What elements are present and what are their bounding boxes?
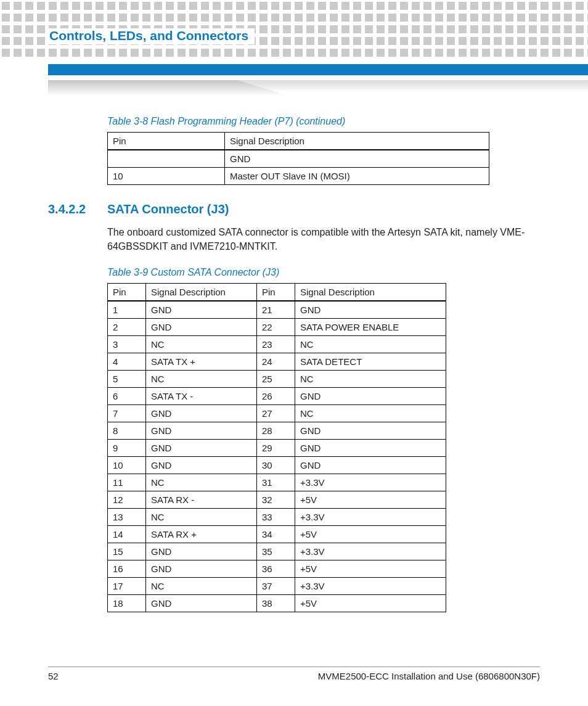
- table-cell: 4: [108, 353, 146, 371]
- table-cell: 31: [257, 474, 295, 491]
- table-cell: GND: [295, 301, 446, 319]
- table-header: Pin: [108, 133, 225, 150]
- chapter-title: Controls, LEDs, and Connectors: [48, 28, 255, 44]
- table-row: 14SATA RX +34+5V: [108, 526, 446, 543]
- table-cell: 21: [257, 301, 295, 319]
- table-cell: SATA TX -: [146, 388, 257, 405]
- table-cell: 8: [108, 422, 146, 440]
- table-cell: 16: [108, 560, 146, 578]
- table-row: 16GND36+5V: [108, 560, 446, 578]
- table-cell: 2: [108, 319, 146, 336]
- table-header: Signal Description: [295, 284, 446, 302]
- table-cell: GND: [146, 422, 257, 440]
- table-cell: GND: [295, 457, 446, 474]
- table-row: 15GND35+3.3V: [108, 543, 446, 560]
- table-cell: GND: [146, 595, 257, 612]
- table-cell: NC: [146, 371, 257, 388]
- table-row: 13NC33+3.3V: [108, 509, 446, 526]
- table-cell: 36: [257, 560, 295, 578]
- table-cell: +3.3V: [295, 474, 446, 491]
- table-cell: 12: [108, 491, 146, 509]
- table-cell: 25: [257, 371, 295, 388]
- section-body-text: The onboard customized SATA connector is…: [107, 225, 533, 253]
- table-row: 7GND27NC: [108, 405, 446, 422]
- table-cell: GND: [146, 457, 257, 474]
- table-row: 12SATA RX -32+5V: [108, 491, 446, 509]
- header-blue-bar: [48, 64, 588, 75]
- table-3-8-title: Table 3-8 Flash Programming Header (P7) …: [107, 116, 540, 127]
- table-row: 2GND22SATA POWER ENABLE: [108, 319, 446, 336]
- table-cell: 33: [257, 509, 295, 526]
- table-row: 9GND29GND: [108, 440, 446, 457]
- document-id: MVME2500-ECC Installation and Use (68068…: [318, 671, 540, 681]
- table-cell: GND: [295, 388, 446, 405]
- table-cell: 13: [108, 509, 146, 526]
- table-cell: 24: [257, 353, 295, 371]
- table-row: 10Master OUT Slave IN (MOSI): [108, 168, 489, 185]
- table-3-8: Pin Signal Description GND10Master OUT S…: [107, 132, 489, 185]
- table-cell: 15: [108, 543, 146, 560]
- table-row: 1GND21GND: [108, 301, 446, 319]
- table-cell: GND: [295, 422, 446, 440]
- table-cell: GND: [225, 150, 489, 168]
- table-cell: 32: [257, 491, 295, 509]
- table-row: 17NC37+3.3V: [108, 578, 446, 595]
- table-3-9: Pin Signal Description Pin Signal Descri…: [107, 283, 446, 612]
- table-header: Pin: [108, 284, 146, 302]
- table-cell: 27: [257, 405, 295, 422]
- table-cell: 38: [257, 595, 295, 612]
- table-cell: 5: [108, 371, 146, 388]
- table-cell: +3.3V: [295, 578, 446, 595]
- table-header: Signal Description: [225, 133, 489, 150]
- table-row: 10GND30GND: [108, 457, 446, 474]
- table-cell: GND: [146, 319, 257, 336]
- table-row: 11NC31+3.3V: [108, 474, 446, 491]
- table-row: 6SATA TX -26GND: [108, 388, 446, 405]
- table-cell: +3.3V: [295, 509, 446, 526]
- table-cell: 10: [108, 457, 146, 474]
- table-cell: 9: [108, 440, 146, 457]
- table-cell: 28: [257, 422, 295, 440]
- table-cell: 35: [257, 543, 295, 560]
- table-cell: 3: [108, 336, 146, 353]
- table-row: 5NC25NC: [108, 371, 446, 388]
- table-cell: 14: [108, 526, 146, 543]
- table-cell: NC: [146, 474, 257, 491]
- table-cell: SATA POWER ENABLE: [295, 319, 446, 336]
- table-cell: 7: [108, 405, 146, 422]
- table-cell: [108, 150, 225, 168]
- table-header: Signal Description: [146, 284, 257, 302]
- table-cell: 37: [257, 578, 295, 595]
- table-cell: 6: [108, 388, 146, 405]
- table-cell: GND: [146, 405, 257, 422]
- table-cell: 22: [257, 319, 295, 336]
- table-row: 18GND38+5V: [108, 595, 446, 612]
- table-cell: +5V: [295, 595, 446, 612]
- table-cell: GND: [146, 301, 257, 319]
- table-cell: NC: [146, 509, 257, 526]
- table-header: Pin: [257, 284, 295, 302]
- table-cell: SATA DETECT: [295, 353, 446, 371]
- table-cell: +5V: [295, 560, 446, 578]
- table-cell: 29: [257, 440, 295, 457]
- table-cell: 10: [108, 168, 225, 185]
- table-row: 4SATA TX +24SATA DETECT: [108, 353, 446, 371]
- table-cell: 23: [257, 336, 295, 353]
- table-cell: 1: [108, 301, 146, 319]
- table-cell: 26: [257, 388, 295, 405]
- table-cell: GND: [146, 543, 257, 560]
- table-cell: +5V: [295, 526, 446, 543]
- table-cell: SATA TX +: [146, 353, 257, 371]
- table-cell: Master OUT Slave IN (MOSI): [225, 168, 489, 185]
- table-cell: 18: [108, 595, 146, 612]
- table-row: 8GND28GND: [108, 422, 446, 440]
- section-number: 3.4.2.2: [48, 202, 90, 216]
- table-cell: NC: [295, 336, 446, 353]
- table-cell: NC: [146, 336, 257, 353]
- table-cell: 11: [108, 474, 146, 491]
- table-cell: 34: [257, 526, 295, 543]
- table-cell: SATA RX +: [146, 526, 257, 543]
- section-title: SATA Connector (J3): [107, 202, 229, 216]
- table-cell: NC: [295, 371, 446, 388]
- table-3-9-title: Table 3-9 Custom SATA Connector (J3): [107, 267, 540, 278]
